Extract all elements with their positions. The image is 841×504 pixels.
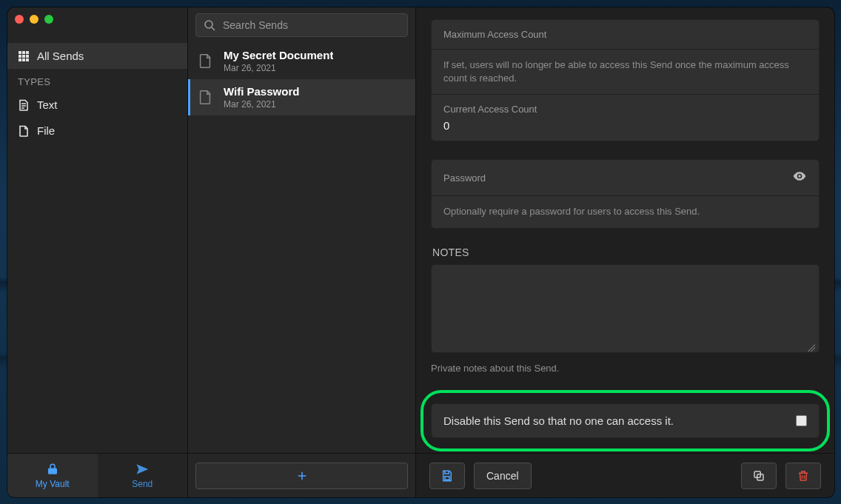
svg-rect-10 [445, 476, 449, 480]
save-icon [440, 469, 454, 483]
sends-list-column: My Secret Document Mar 26, 2021 Wifi Pas… [188, 7, 416, 497]
file-icon [197, 53, 215, 70]
svg-point-9 [205, 21, 212, 28]
svg-rect-2 [26, 51, 29, 54]
max-access-label: Maximum Access Count [443, 29, 807, 40]
list-bottom-bar [188, 453, 415, 497]
max-access-help: If set, users will no longer be able to … [443, 58, 807, 85]
search-icon [204, 19, 215, 31]
svg-rect-0 [19, 51, 21, 54]
sidebar-item-file[interactable]: File [7, 118, 187, 144]
sidebar-item-label: All Sends [37, 50, 84, 62]
disable-send-row[interactable]: Disable this Send so that no one can acc… [431, 403, 820, 438]
notes-wrap [431, 264, 820, 356]
sidebar-spacer [7, 7, 187, 43]
notes-textarea[interactable] [431, 264, 820, 353]
svg-rect-8 [26, 58, 29, 61]
add-send-button[interactable] [195, 463, 408, 489]
zoom-window-dot[interactable] [44, 15, 53, 24]
password-label: Password [443, 172, 486, 184]
cancel-label: Cancel [486, 470, 519, 482]
toggle-password-visibility[interactable] [792, 169, 807, 187]
notes-help: Private notes about this Send. [431, 362, 820, 375]
password-card: Password Optionally require a password f… [431, 159, 820, 228]
search-wrap [188, 7, 415, 43]
file-icon [197, 89, 215, 107]
max-access-card: Maximum Access Count If set, users will … [431, 19, 820, 141]
close-window-dot[interactable] [15, 15, 24, 24]
detail-bottom-bar: Cancel [416, 453, 834, 497]
file-icon [18, 125, 30, 137]
eye-icon [792, 169, 807, 184]
svg-rect-5 [26, 55, 29, 58]
list-item[interactable]: Wifi Password Mar 26, 2021 [188, 79, 415, 115]
plus-icon [295, 469, 309, 483]
svg-rect-7 [22, 58, 25, 61]
tab-my-vault[interactable]: My Vault [7, 454, 98, 497]
grid-icon [18, 50, 30, 62]
list-item-text: Wifi Password Mar 26, 2021 [224, 85, 299, 110]
list-item-text: My Secret Document Mar 26, 2021 [224, 49, 333, 73]
highlight-ring: Disable this Send so that no one can acc… [420, 390, 830, 451]
lock-icon [46, 463, 59, 476]
tab-label: My Vault [36, 479, 70, 489]
disable-send-label: Disable this Send so that no one can acc… [443, 414, 674, 427]
list-item-date: Mar 26, 2021 [224, 63, 333, 73]
list-item[interactable]: My Secret Document Mar 26, 2021 [188, 43, 415, 79]
list-item-title: Wifi Password [224, 85, 299, 98]
sidebar-item-text[interactable]: Text [7, 92, 187, 118]
detail-column: Maximum Access Count If set, users will … [416, 7, 834, 497]
sends-list: My Secret Document Mar 26, 2021 Wifi Pas… [188, 43, 415, 453]
search-input[interactable] [221, 19, 400, 32]
delete-button[interactable] [785, 463, 821, 489]
save-button[interactable] [429, 463, 465, 489]
svg-rect-4 [22, 55, 25, 58]
sidebar-types-header: TYPES [7, 69, 187, 92]
search-box[interactable] [195, 13, 408, 37]
app-window: All Sends TYPES Text File [7, 7, 834, 497]
svg-rect-6 [19, 58, 21, 61]
sidebar-item-label: Text [37, 98, 58, 111]
password-help: Optionally require a password for users … [443, 205, 807, 218]
sidebar-content: All Sends TYPES Text File [7, 43, 187, 453]
tab-label: Send [132, 479, 153, 489]
minimize-window-dot[interactable] [30, 15, 38, 24]
disable-send-checkbox[interactable] [796, 415, 807, 426]
sidebar-item-label: File [37, 124, 55, 137]
copy-icon [752, 469, 765, 483]
svg-rect-3 [19, 55, 21, 58]
notes-heading: NOTES [432, 246, 818, 258]
list-item-title: My Secret Document [224, 49, 333, 61]
cancel-button[interactable]: Cancel [474, 463, 532, 489]
trash-icon [797, 469, 810, 483]
svg-rect-1 [22, 51, 25, 54]
send-icon [135, 463, 149, 476]
current-access-label: Current Access Count [443, 104, 807, 115]
window-controls [15, 15, 53, 24]
current-access-value: 0 [443, 119, 807, 132]
list-item-date: Mar 26, 2021 [224, 99, 299, 110]
copy-link-button[interactable] [741, 463, 777, 489]
detail-scroll[interactable]: Maximum Access Count If set, users will … [416, 7, 834, 453]
sidebar-bottom-tabs: My Vault Send [7, 453, 187, 497]
tab-send[interactable]: Send [98, 454, 188, 497]
sidebar: All Sends TYPES Text File [7, 7, 188, 497]
sidebar-item-all-sends[interactable]: All Sends [7, 43, 187, 69]
text-file-icon [18, 99, 30, 111]
